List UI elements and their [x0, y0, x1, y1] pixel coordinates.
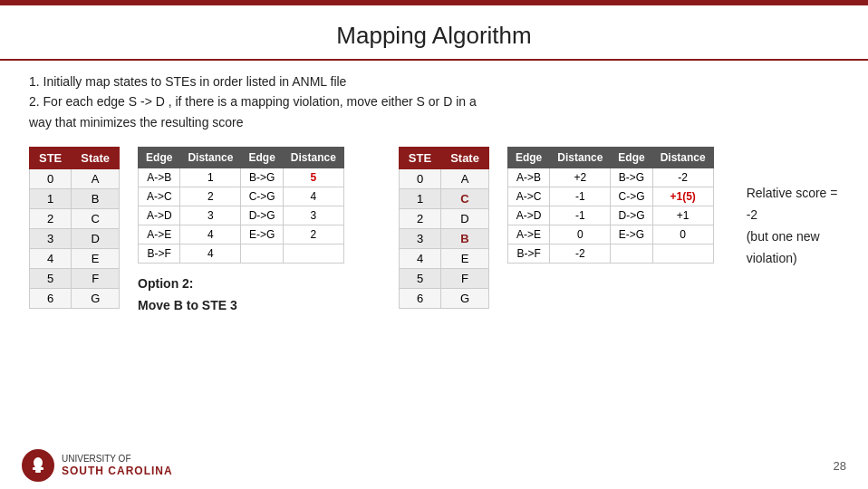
state-cell: F	[72, 269, 120, 289]
dist2-cell: 2	[283, 225, 343, 244]
svg-rect-2	[35, 470, 41, 473]
dist2-cell: -2	[652, 168, 713, 187]
ste-table-right: STE State 0A1C2D3B4E5F6G	[399, 147, 489, 309]
dist2-cell: 3	[283, 206, 343, 225]
dist2-cell: +1(5)	[652, 187, 713, 206]
edge2-cell: E->G	[611, 225, 652, 244]
ste-cell: 1	[30, 189, 72, 209]
dist1-cell: -2	[550, 244, 611, 264]
dist1-cell: -1	[550, 187, 611, 206]
edge-table-right: Edge Distance Edge Distance A->B+2B->G-2…	[507, 147, 714, 264]
ste-cell: 0	[399, 169, 440, 189]
edge2-cell: B->G	[241, 168, 283, 187]
edge1-cell: B->F	[139, 244, 180, 264]
ste-cell: 2	[399, 209, 440, 229]
edge2-cell: C->G	[241, 187, 283, 206]
dist-h1-left: Distance	[180, 148, 241, 168]
edge2-cell: C->G	[611, 187, 652, 206]
edge1-cell: A->C	[507, 187, 549, 206]
table-row: B->F-2	[507, 244, 713, 264]
dist1-cell: 1	[180, 168, 241, 187]
table-row: 4E	[399, 249, 488, 269]
relative-score-area: Relative score = -2 (but one new violati…	[747, 183, 839, 269]
table-row: A->C2C->G4	[139, 187, 344, 206]
state-cell: B	[441, 229, 489, 249]
footer-text: UNIVERSITY OF SOUTH CAROLINA	[62, 453, 173, 479]
table-row: 0A	[30, 169, 120, 189]
edge1-cell: A->E	[139, 225, 180, 244]
state-cell: C	[72, 209, 120, 229]
ste-cell: 3	[30, 229, 72, 249]
state-cell: A	[441, 169, 489, 189]
logo-icon	[22, 449, 54, 482]
ste-cell: 3	[399, 229, 440, 249]
edge-h2-left: Edge	[241, 148, 283, 168]
table-row: 5F	[30, 269, 120, 289]
ste-cell: 6	[30, 289, 72, 309]
univ-name: SOUTH CAROLINA	[62, 465, 173, 479]
edge-section-right: Edge Distance Edge Distance A->B+2B->G-2…	[507, 147, 714, 264]
table-row: 5F	[399, 269, 488, 289]
ste-header-right: STE	[399, 148, 440, 169]
relative-note-text: (but one new violation)	[747, 226, 839, 270]
main-content: 1. Initially map states to STEs in order…	[0, 72, 868, 312]
table-row: A->C-1C->G+1(5)	[507, 187, 713, 206]
usc-logo-svg	[27, 455, 49, 476]
dist1-cell: 4	[180, 225, 241, 244]
ste-cell: 2	[30, 209, 72, 229]
edge2-cell	[611, 244, 652, 264]
table-row: 6G	[399, 289, 488, 309]
edge-table-left: Edge Distance Edge Distance A->B1B->G5A-…	[138, 147, 344, 264]
ste-cell: 1	[399, 189, 440, 209]
state-cell: A	[72, 169, 120, 189]
ste-table-left: STE State 0A1B2C3D4E5F6G	[29, 147, 120, 309]
edge2-cell: D->G	[611, 206, 652, 225]
state-header-right: State	[441, 148, 489, 169]
intro-text: 1. Initially map states to STEs in order…	[29, 72, 839, 132]
page-number: 28	[834, 459, 846, 473]
right-section: STE State 0A1C2D3B4E5F6G	[399, 147, 489, 309]
svg-point-0	[34, 457, 43, 468]
dist-h1-right: Distance	[550, 148, 611, 168]
dist2-cell: +1	[652, 206, 713, 225]
table-row: 0A	[399, 169, 488, 189]
edge2-cell	[241, 244, 283, 264]
edge1-cell: A->E	[507, 225, 549, 244]
dist-h2-left: Distance	[283, 148, 343, 168]
edge1-cell: B->F	[507, 244, 549, 264]
edge-h2-right: Edge	[611, 148, 652, 168]
edge-h1-right: Edge	[507, 148, 549, 168]
ste-cell: 4	[399, 249, 440, 269]
state-cell: G	[441, 289, 489, 309]
intro-line-1: 1. Initially map states to STEs in order…	[29, 72, 839, 91]
table-row: A->B1B->G5	[139, 168, 344, 187]
ste-cell: 0	[30, 169, 72, 189]
table-row: 2D	[399, 209, 488, 229]
table-row: 3B	[399, 229, 488, 249]
svg-rect-1	[33, 467, 43, 470]
univ-label: UNIVERSITY OF	[62, 453, 173, 465]
table-row: 6G	[30, 289, 120, 309]
state-header-left: State	[72, 148, 120, 169]
state-cell: B	[72, 189, 120, 209]
state-cell: E	[72, 249, 120, 269]
state-cell: D	[441, 209, 489, 229]
ste-cell: 6	[399, 289, 440, 309]
dist1-cell: 4	[180, 244, 241, 264]
intro-line-3: way that minimizes the resulting score	[29, 112, 839, 132]
table-row: B->F4	[139, 244, 344, 264]
state-cell: F	[441, 269, 489, 289]
edge1-cell: A->D	[507, 206, 549, 225]
dist2-cell	[652, 244, 713, 264]
table-row: A->D3D->G3	[139, 206, 344, 225]
edge1-cell: A->D	[139, 206, 180, 225]
dist1-cell: -1	[550, 206, 611, 225]
edge-section-left: Edge Distance Edge Distance A->B1B->G5A-…	[138, 147, 344, 312]
table-row: A->B+2B->G-2	[507, 168, 713, 187]
dist1-cell: 0	[550, 225, 611, 244]
table-row: A->E0E->G0	[507, 225, 713, 244]
edge-h1-left: Edge	[139, 148, 180, 168]
state-cell: E	[441, 249, 489, 269]
state-cell: G	[72, 289, 120, 309]
dist1-cell: +2	[550, 168, 611, 187]
